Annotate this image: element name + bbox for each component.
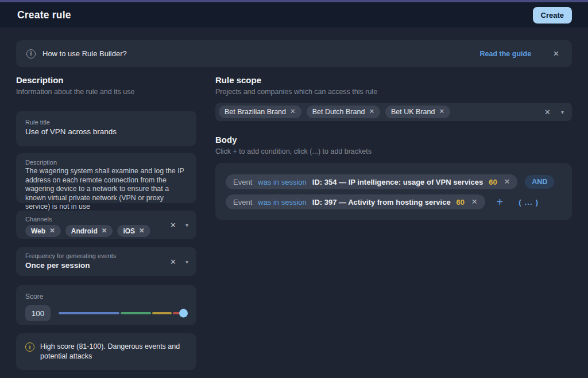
slider-segment-medium: [121, 312, 151, 314]
channel-chips: Web ✕ Android ✕ iOS ✕: [25, 225, 187, 237]
score-note-text: High score (81-100). Dangerous events an…: [40, 342, 184, 361]
rule-title-field[interactable]: Rule title Use of VPN across brands: [16, 111, 196, 146]
slider-thumb[interactable]: [179, 309, 188, 318]
description-subheading: Information about the rule and its use: [16, 88, 196, 96]
condition-operator[interactable]: was in session: [258, 198, 307, 206]
page-title: Create rule: [17, 9, 71, 21]
rule-scope-field[interactable]: Bet Brazilian Brand ✕ Bet Dutch Brand ✕ …: [215, 103, 572, 121]
chip-remove-icon[interactable]: ✕: [139, 228, 145, 235]
rule-description-field[interactable]: Description The wagering system shall ex…: [16, 153, 196, 203]
scope-chip-brazilian[interactable]: Bet Brazilian Brand ✕: [219, 106, 301, 118]
channel-chip-android[interactable]: Android ✕: [65, 225, 113, 237]
score-slider[interactable]: [59, 312, 184, 314]
description-section: Description Information about the rule a…: [16, 75, 196, 370]
condition-operator[interactable]: was in session: [258, 178, 307, 186]
chip-label: Android: [71, 227, 98, 235]
frequency-clear-icon[interactable]: ✕: [170, 258, 176, 266]
score-field: Score 100: [16, 285, 196, 325]
body-subheading: Click + to add condition, click (...) to…: [215, 147, 572, 155]
rule-title-value: Use of VPN across brands: [25, 127, 187, 136]
condition-remove-icon[interactable]: ✕: [504, 178, 510, 186]
score-label: Score: [25, 293, 187, 301]
condition-value: ID: 354 — IP intelligence: usage of VPN …: [312, 178, 483, 186]
condition-value: ID: 397 — Activity from hosting service: [312, 198, 451, 206]
chip-remove-icon[interactable]: ✕: [290, 108, 296, 115]
channel-chip-web[interactable]: Web ✕: [25, 225, 61, 237]
rule-scope-and-body: Rule scope Projects and companies which …: [215, 75, 572, 220]
condition-type: Event: [233, 178, 252, 186]
condition-pill-2[interactable]: Event was in session ID: 397 — Activity …: [226, 194, 485, 209]
condition-row: Event was in session ID: 354 — IP intell…: [226, 174, 562, 189]
channels-label: Channels: [25, 216, 187, 223]
score-note: i High score (81-100). Dangerous events …: [16, 333, 196, 370]
rule-scope-heading: Rule scope: [215, 75, 572, 85]
channels-clear-icon[interactable]: ✕: [170, 221, 176, 229]
rule-title-label: Rule title: [25, 119, 187, 126]
add-brackets-button[interactable]: ( ... ): [519, 198, 539, 206]
chip-remove-icon[interactable]: ✕: [439, 108, 444, 115]
top-bar: Create rule Create: [0, 0, 588, 28]
banner-text: How to use Rule Builder?: [42, 49, 127, 58]
read-the-guide-link[interactable]: Read the guide: [480, 50, 532, 58]
warning-info-icon: i: [25, 342, 34, 352]
scope-dropdown-icon[interactable]: ▾: [561, 109, 564, 115]
scope-chip-dutch[interactable]: Bet Dutch Brand ✕: [307, 106, 380, 118]
chip-remove-icon[interactable]: ✕: [49, 228, 55, 235]
score-value-input[interactable]: 100: [25, 305, 51, 321]
rule-builder-banner: i How to use Rule Builder? Read the guid…: [16, 40, 572, 67]
chip-label: iOS: [123, 227, 135, 235]
rule-description-value: The wagering system shall examine and lo…: [25, 167, 187, 212]
chip-label: Bet UK Brand: [391, 108, 435, 116]
scope-chip-uk[interactable]: Bet UK Brand ✕: [385, 106, 450, 118]
frequency-field[interactable]: Frequency for generating events Once per…: [16, 247, 196, 276]
frequency-dropdown-icon[interactable]: ▾: [185, 259, 188, 265]
frequency-value: Once per session: [25, 261, 187, 270]
condition-remove-icon[interactable]: ✕: [471, 198, 477, 206]
and-connector[interactable]: AND: [525, 175, 554, 189]
description-heading: Description: [16, 75, 196, 85]
condition-row: Event was in session ID: 397 — Activity …: [226, 194, 562, 209]
rule-description-label: Description: [25, 159, 187, 166]
slider-segment-low: [59, 312, 119, 314]
create-rule-page: Create rule Create i How to use Rule Bui…: [0, 0, 588, 378]
channel-chip-ios[interactable]: iOS ✕: [117, 225, 150, 237]
rule-body-card: Event was in session ID: 354 — IP intell…: [215, 163, 572, 220]
condition-score: 60: [457, 198, 465, 206]
add-condition-button[interactable]: +: [497, 196, 504, 208]
condition-type: Event: [233, 198, 252, 206]
info-icon: i: [26, 49, 36, 59]
slider-segment-high: [152, 312, 172, 314]
scope-clear-icon[interactable]: ✕: [544, 108, 551, 116]
chip-label: Bet Brazilian Brand: [225, 108, 286, 116]
rule-scope-subheading: Projects and companies which can access …: [215, 88, 572, 96]
frequency-label: Frequency for generating events: [25, 252, 187, 259]
banner-close-icon[interactable]: ✕: [553, 50, 559, 57]
condition-pill-1[interactable]: Event was in session ID: 354 — IP intell…: [226, 174, 517, 189]
chip-remove-icon[interactable]: ✕: [102, 228, 107, 235]
create-button[interactable]: Create: [533, 7, 572, 24]
chip-label: Web: [31, 227, 45, 235]
body-heading: Body: [215, 135, 572, 145]
channels-field[interactable]: Channels Web ✕ Android ✕ iOS ✕ ✕ ▾: [16, 211, 196, 239]
condition-score: 60: [489, 178, 497, 186]
chip-label: Bet Dutch Brand: [312, 108, 365, 116]
chip-remove-icon[interactable]: ✕: [369, 108, 374, 115]
channels-dropdown-icon[interactable]: ▾: [185, 222, 188, 228]
